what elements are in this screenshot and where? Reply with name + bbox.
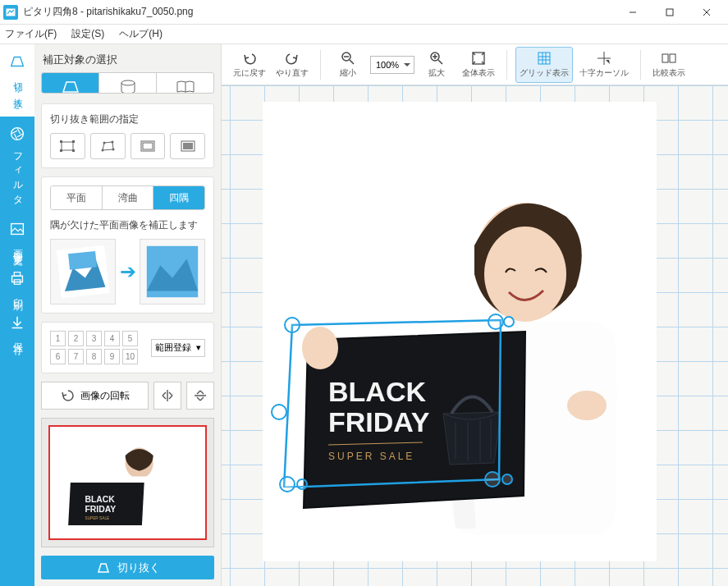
svg-line-35 [350,60,354,64]
slot-1[interactable]: 1 [50,331,66,346]
handle-br-1[interactable] [484,471,501,488]
fit-button[interactable]: 全体表示 [459,47,498,83]
cross-button[interactable]: 十字カーソル [576,47,632,83]
illus-before [50,239,116,304]
svg-point-16 [102,149,104,152]
selection-polygon [279,317,505,488]
range-slots-box: 1 2 3 4 5 6 7 8 9 10 範囲登録 ▾ [41,322,214,373]
handle-bl-2[interactable] [296,478,308,490]
cylinder-icon [117,80,139,94]
zoom-out-label: 縮小 [340,67,356,79]
flip-v-button[interactable] [186,382,214,410]
svg-rect-50 [670,54,675,62]
handle-tl[interactable] [284,317,300,333]
flip-h-icon [160,388,175,403]
crop-execute-button[interactable]: 切り抜く [41,556,214,579]
plane-tab-curve[interactable]: 湾曲 [103,186,154,209]
svg-text:SUPER SALE: SUPER SALE [85,517,110,521]
rotate-button[interactable]: 画像の回転 [41,382,149,410]
svg-rect-42 [538,53,550,64]
thumbnail[interactable]: BLACK FRIDAY SUPER SALE [48,425,207,540]
zoom-out-button[interactable]: 縮小 [329,47,367,83]
svg-rect-13 [72,140,75,143]
zoom-select[interactable]: 100% [370,56,414,74]
slot-10[interactable]: 10 [122,349,138,364]
svg-point-55 [567,391,607,420]
flip-v-icon [193,388,208,403]
range-rect-button[interactable] [50,133,85,159]
crop-range-box: 切り抜き範囲の指定 [41,103,214,168]
range-register-dropdown[interactable]: 範囲登録 ▾ [151,339,205,357]
plane-tabs: 平面 湾曲 四隅 [50,185,205,210]
filled-rect-icon [180,140,196,153]
vtab-crop-label: 切り抜き [11,74,25,107]
handle-bl-1[interactable] [279,476,295,492]
vtab-print[interactable]: 印刷 [0,261,34,305]
target-cylinder[interactable] [99,73,157,94]
svg-rect-15 [72,149,75,152]
svg-rect-2 [666,9,673,16]
svg-point-10 [121,80,135,85]
rotate-row: 画像の回転 [41,382,214,410]
slot-5[interactable]: 5 [122,331,138,346]
menu-file[interactable]: ファイル(F) [5,27,57,41]
window-controls [614,0,725,25]
vtab-image[interactable]: 画像変更 [0,212,34,261]
plane-tab-flat[interactable]: 平面 [51,186,103,209]
range-fill-button[interactable] [170,133,205,159]
target-trapezoid[interactable] [42,73,99,94]
vtab-filter[interactable]: フィルタ [0,117,34,212]
crop-exec-label: 切り抜く [117,561,160,575]
range-poly-button[interactable] [90,133,126,159]
selection-area[interactable] [279,317,505,488]
menu-help[interactable]: ヘルプ(H) [119,27,163,41]
handle-ml[interactable] [271,404,287,420]
plane-mode-box: 平面 湾曲 四隅 隅が欠けた平面画像を補正します ➔ [41,176,214,314]
svg-line-38 [438,60,442,64]
target-book[interactable] [157,73,213,94]
canvas-area: 元に戻す やり直す 縮小 100% 拡大 全体表示 [222,44,728,586]
range-register-label: 範囲登録 [155,341,191,354]
svg-rect-21 [143,143,153,149]
slot-3[interactable]: 3 [86,331,102,346]
vtab-crop[interactable]: 切り抜き [0,44,34,117]
book-icon [175,80,196,94]
svg-rect-11 [62,142,73,150]
handle-br-2[interactable] [501,474,513,485]
minimize-button[interactable] [614,0,651,25]
slot-8[interactable]: 8 [86,349,102,364]
undo-button[interactable]: 元に戻す [230,47,269,83]
maximize-button[interactable] [651,0,688,25]
flip-h-button[interactable] [153,382,181,410]
rotate-icon [61,388,76,403]
handle-tr-1[interactable] [488,314,504,330]
compare-button[interactable]: 比較表示 [649,47,689,83]
panel-title: 補正対象の選択 [43,53,213,67]
handle-tr-2[interactable] [503,316,515,327]
close-button[interactable] [688,0,725,25]
illustration-row: ➔ [50,239,205,304]
menu-settings[interactable]: 設定(S) [71,27,104,41]
grid-button[interactable]: グリッド表示 [515,47,573,83]
zoom-in-button[interactable]: 拡大 [418,47,456,83]
redo-button[interactable]: やり直す [272,47,312,83]
zoom-in-label: 拡大 [428,67,445,79]
download-icon [8,314,26,332]
arrow-right-icon: ➔ [120,260,136,283]
slot-4[interactable]: 4 [104,331,120,346]
vtab-print-label: 印刷 [11,291,25,295]
chevron-down-icon: ▾ [196,342,201,353]
slot-7[interactable]: 7 [68,349,84,364]
toolbar-separator [640,50,641,80]
svg-point-19 [112,149,115,151]
svg-rect-12 [60,140,62,143]
vtab-save[interactable]: 保存 [0,305,34,350]
slot-9[interactable]: 9 [104,349,120,364]
range-outline-button[interactable] [130,133,166,159]
plane-tab-corner[interactable]: 四隅 [153,186,204,209]
slot-2[interactable]: 2 [68,331,84,346]
canvas[interactable]: BLACK FRIDAY SUPER SALE [222,85,728,586]
compare-label: 比較表示 [652,67,685,79]
svg-point-17 [103,142,106,144]
slot-6[interactable]: 6 [50,349,66,364]
